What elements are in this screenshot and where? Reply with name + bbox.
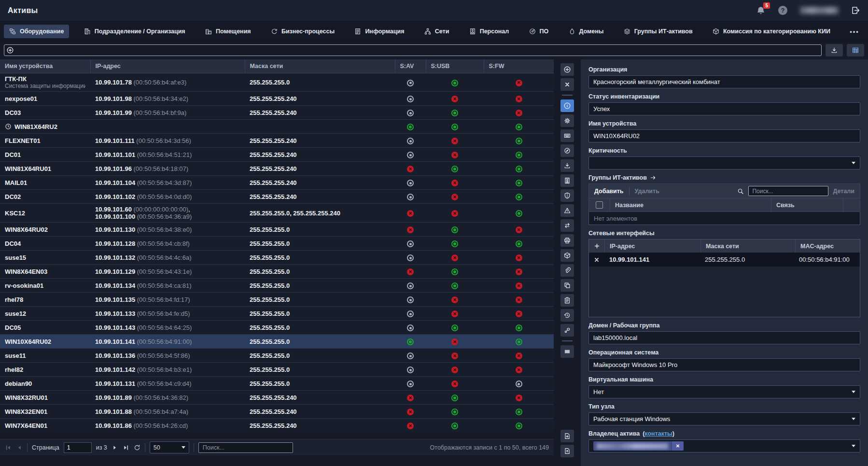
tool-tasks-button[interactable]	[560, 294, 574, 307]
tab-networks[interactable]: Сети	[419, 25, 455, 38]
column-header[interactable]: Маска сети	[245, 59, 395, 73]
table-row[interactable]: WIN8X64EN03 10.99.101.129 (00:50:56:b4:4…	[0, 265, 554, 279]
table-row[interactable]: WIN81X64RU2	[0, 120, 554, 134]
column-header[interactable]: S:AV	[395, 59, 426, 73]
tool-ports-button[interactable]	[560, 219, 574, 232]
add-filter-icon[interactable]	[5, 46, 15, 55]
group-delete-button[interactable]: Удалить	[635, 188, 659, 195]
table-row[interactable]: WIN8X32EN01 10.99.101.88 (00:50:56:b4:a7…	[0, 405, 554, 419]
tool-software-button[interactable]	[560, 144, 574, 157]
select-all-checkbox[interactable]	[596, 201, 603, 209]
tool-copy-button[interactable]	[560, 279, 574, 292]
tool-delete-button[interactable]	[560, 78, 574, 91]
table-row[interactable]: KSC12 10.99.101.60 (00:00:00:00:00:00),1…	[0, 204, 554, 223]
help-button[interactable]: ?	[778, 6, 787, 15]
table-row[interactable]: WIN8X64RU02 10.99.101.130 (00:50:56:b4:3…	[0, 223, 554, 237]
node-type-select[interactable]: Рабочая станция Windows	[588, 412, 860, 425]
column-header[interactable]: S:FW	[484, 59, 554, 73]
group-search-input[interactable]	[748, 186, 828, 196]
tab-processes[interactable]: Бизнес-процессы	[266, 25, 340, 38]
tool-attachments-button[interactable]	[560, 264, 574, 277]
export-button[interactable]	[826, 44, 843, 56]
notifications-button[interactable]: 5	[756, 6, 766, 15]
domain-field[interactable]: lab150000.local	[588, 331, 860, 344]
tab-rooms[interactable]: Помещения	[200, 25, 256, 38]
column-header[interactable]: Имя устройства	[0, 59, 90, 73]
tab-equipment[interactable]: Оборудование	[4, 25, 69, 38]
owner-select[interactable]: ✕	[588, 439, 860, 452]
prev-page-button[interactable]	[16, 444, 23, 451]
tab-software[interactable]: ПО	[524, 25, 554, 38]
tool-add-button[interactable]	[560, 63, 574, 76]
vm-select[interactable]: Нет	[588, 385, 860, 398]
filter-bar[interactable]	[4, 44, 822, 56]
current-user-name[interactable]	[800, 7, 839, 14]
tool-list-button[interactable]	[560, 345, 574, 358]
page-size-select[interactable]: 50	[150, 441, 189, 453]
tool-updates-button[interactable]	[560, 159, 574, 172]
tab-it-asset-groups[interactable]: Группы ИТ-активов	[618, 25, 698, 38]
table-row[interactable]: suse12 10.99.101.133 (00:50:56:b4:fe:d5)…	[0, 307, 554, 321]
tool-history-button[interactable]	[560, 309, 574, 322]
table-row[interactable]: WIN81X64RU01 10.99.101.96 (00:50:56:b4:1…	[0, 162, 554, 176]
nic-row[interactable]: 10.99.101.141 255.255.255.0 00:50:56:b4:…	[589, 253, 860, 267]
tool-info-button[interactable]	[560, 99, 574, 112]
refresh-button[interactable]	[134, 444, 140, 451]
table-row[interactable]: FLEXNET01 10.99.101.111 (00:50:56:b4:3d:…	[0, 134, 554, 148]
nic-add-button[interactable]	[589, 240, 604, 253]
group-details-button[interactable]: Детали	[833, 188, 854, 195]
tool-import-file-button[interactable]	[560, 430, 574, 442]
page-number-input[interactable]	[64, 442, 92, 453]
table-row[interactable]: rhel82 10.99.101.142 (00:50:56:b4:b3:e1)…	[0, 363, 554, 377]
tabs-overflow-button[interactable]: •••	[845, 28, 864, 35]
column-header[interactable]: IP-адрес	[90, 59, 245, 73]
last-page-button[interactable]	[123, 444, 129, 451]
group-add-button[interactable]: Добавить	[594, 188, 624, 195]
os-field[interactable]: Майкрософт Windows 10 Pro	[588, 358, 860, 371]
tool-accounts-button[interactable]	[560, 174, 574, 187]
remove-owner-icon[interactable]: ✕	[672, 441, 684, 451]
tool-hardware-button[interactable]	[560, 129, 574, 142]
grid-settings-button[interactable]	[847, 44, 864, 56]
tool-protection-button[interactable]	[560, 189, 574, 202]
nic-delete-button[interactable]	[589, 253, 604, 267]
table-search-input[interactable]	[198, 442, 293, 453]
next-page-button[interactable]	[112, 444, 118, 451]
table-row[interactable]: DC01 10.99.101.101 (00:50:56:b4:51:21) 2…	[0, 148, 554, 162]
tool-access-button[interactable]	[560, 324, 574, 337]
table-row[interactable]: DC02 10.99.101.102 (00:50:56:b4:0d:d0) 2…	[0, 190, 554, 204]
table-row[interactable]: nexpose01 10.99.101.98 (00:50:56:b4:34:e…	[0, 92, 554, 106]
table-row[interactable]: WIN8X32RU01 10.99.101.89 (00:50:56:b4:36…	[0, 391, 554, 405]
tab-information[interactable]: Информация	[349, 25, 409, 38]
tool-vulnerabilities-button[interactable]	[560, 204, 574, 217]
table-row[interactable]: WIN10X64RU02 10.99.101.141 (00:50:56:b4:…	[0, 335, 554, 349]
table-row[interactable]: DC03 10.99.101.99 (00:50:56:b4:bf:9a) 25…	[0, 106, 554, 120]
table-row[interactable]: DC04 10.99.101.128 (00:50:56:b4:cb:8f) 2…	[0, 237, 554, 251]
table-row[interactable]: rhel78 10.99.101.135 (00:50:56:b4:fd:17)…	[0, 293, 554, 307]
table-row[interactable]: debian90 10.99.101.131 (00:50:56:b4:c9:d…	[0, 377, 554, 391]
inventory-status-field[interactable]: Успех	[588, 102, 860, 115]
table-row[interactable]: suse15 10.99.101.132 (00:50:56:b4:4c:6a)…	[0, 251, 554, 265]
device-name-field[interactable]: WIN10X64RU02	[588, 129, 860, 142]
contacts-link[interactable]: контакты	[644, 430, 672, 437]
logout-button[interactable]	[851, 6, 860, 15]
criticality-select[interactable]	[588, 156, 860, 169]
tab-domains[interactable]: Домены	[563, 25, 609, 38]
organization-field[interactable]: Красногорский металлургический комбинат	[588, 75, 860, 88]
table-row[interactable]: WIN7X64EN01 10.99.101.86 (00:50:56:b4:26…	[0, 419, 554, 433]
first-page-button[interactable]	[5, 444, 12, 451]
tool-settings-button[interactable]	[560, 114, 574, 127]
table-row[interactable]: DC05 10.99.101.143 (00:50:56:b4:64:25) 2…	[0, 321, 554, 335]
tab-kii-commission[interactable]: Комиссия по категорированию КИИ	[707, 25, 836, 38]
tool-print-button[interactable]	[560, 234, 574, 247]
table-row[interactable]: ГТК-ПКСистема защиты информации I 10.99.…	[0, 73, 554, 92]
table-row[interactable]: suse11 10.99.101.136 (00:50:56:b4:5f:86)…	[0, 349, 554, 363]
tool-packages-button[interactable]	[560, 249, 574, 262]
table-row[interactable]: MAIL01 10.99.101.104 (00:50:56:b4:3d:87)…	[0, 176, 554, 190]
tab-personnel[interactable]: Персонал	[464, 25, 515, 38]
column-header[interactable]: S:USB	[426, 59, 484, 73]
table-row[interactable]: rv-osokina01 10.99.101.134 (00:50:56:b4:…	[0, 279, 554, 293]
tab-org[interactable]: Подразделение / Организация	[79, 25, 191, 38]
tool-export-file-button[interactable]	[560, 445, 574, 457]
goto-icon[interactable]	[650, 174, 657, 181]
